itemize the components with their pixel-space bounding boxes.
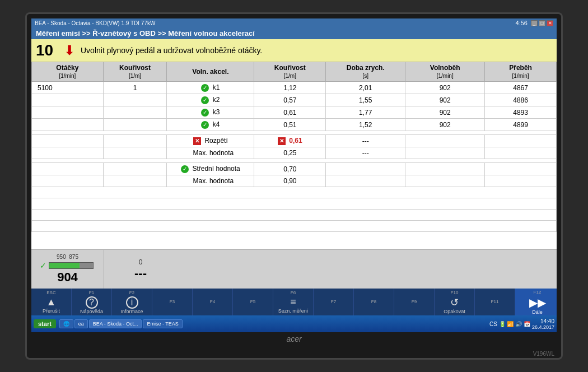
- f10-label: F10: [451, 290, 459, 295]
- fn-f4[interactable]: F4: [193, 289, 233, 315]
- step-row: 10 ⬇ Uvolnit plynový pedál a udržovat vo…: [31, 39, 557, 62]
- taskbar-items: 🌐 ea BEA - Skoda - Oct... Emise - TEAS: [59, 319, 486, 328]
- fn-f7[interactable]: F7: [314, 289, 354, 315]
- k2-otacky: [32, 94, 104, 106]
- bottom-bar: [49, 262, 94, 269]
- taskbar-item-ea[interactable]: ea: [74, 319, 88, 328]
- data-row-stredni: ✓ Střední hodnota 0,70: [32, 163, 557, 175]
- spacer-row-3: [32, 210, 557, 221]
- f12-text: Dále: [532, 309, 543, 315]
- k2-label: k2: [213, 96, 220, 104]
- k3-ok-icon: ✓: [201, 109, 209, 117]
- esc-label: ESC: [46, 290, 55, 295]
- k1-ok-icon: ✓: [201, 84, 209, 92]
- breadcrumb: Měření emisí >> Ř-vznětový s OBD >> Měře…: [36, 29, 255, 38]
- data-row-k3: ✓ k3 0,61 1,77 902 4893: [32, 106, 557, 119]
- f2-label: F2: [129, 290, 134, 295]
- fn-f6[interactable]: F6 ≡ Sezn. měření: [273, 289, 314, 315]
- rozpeti-cell: ✕ Rozpětí: [167, 135, 254, 147]
- main-content: Otáčky[1/min] Kouřivost[1/m] Voln. akcel…: [31, 62, 557, 249]
- bottom-volnobeh-value: 904: [57, 270, 78, 285]
- k2-prebeh: 4886: [485, 94, 557, 106]
- bottom-area: 950 875 ✓ 904 0 ---: [31, 249, 557, 289]
- data-row-main: 5100 1 ✓ k1 1,12 2,01 902 4867: [32, 82, 557, 94]
- start-label: start: [38, 320, 52, 327]
- fn-esc[interactable]: ESC ▲ Přerušit: [31, 289, 72, 315]
- spacer-row-1: [32, 187, 557, 198]
- k3-kourivost-col: [103, 106, 167, 119]
- col-header-voln-akcel: Voln. akcel.: [167, 62, 254, 82]
- systray-icons: CS 🔋 📶 🔊 📅: [489, 321, 530, 327]
- k2-volnobeh: 902: [405, 94, 485, 106]
- fn-f12[interactable]: F12 ▶▶ Dále: [515, 289, 557, 315]
- fn-f2[interactable]: F2 i Informace: [112, 289, 152, 315]
- k3-volnobeh: 902: [405, 106, 485, 119]
- close-button[interactable]: ✕: [547, 20, 553, 26]
- k1-prebeh: 4867: [485, 82, 557, 94]
- app-title: BEA - Skoda - Octavia - BKD(VW) 1.9 TDI …: [35, 20, 155, 26]
- bea-label: BEA - Skoda - Oct...: [93, 321, 138, 327]
- start-button[interactable]: start: [34, 319, 56, 328]
- rozpeti-kourivost-err-icon: ✕: [278, 137, 286, 145]
- col-header-doba: Doba zrych.[s]: [326, 62, 405, 82]
- taskbar-item-emise[interactable]: Emise - TEAS: [143, 319, 182, 328]
- f6-text: Sezn. měření: [278, 308, 309, 314]
- bottom-kourivost-value: ---: [134, 266, 147, 281]
- f4-label: F4: [210, 299, 215, 304]
- f12-icon: ▶▶: [529, 296, 546, 309]
- k2-kourivost: 0,57: [254, 94, 326, 106]
- window-controls: _ □ ✕: [531, 20, 553, 26]
- f2-icon: i: [126, 296, 138, 309]
- data-row-rozpeti: ✕ Rozpětí ✕ 0,61 ---: [32, 135, 557, 147]
- esc-text: Přerušit: [43, 308, 60, 314]
- taskbar-item-globe[interactable]: 🌐: [59, 319, 73, 328]
- max1-doba: ---: [326, 147, 405, 159]
- stredni-kourivost: 0,70: [254, 163, 326, 175]
- col-header-kourivost: Kouřivost[1/m]: [103, 62, 167, 82]
- k2-cell: ✓ k2: [167, 94, 254, 106]
- data-table: Otáčky[1/min] Kouřivost[1/m] Voln. akcel…: [31, 62, 557, 232]
- fn-f9[interactable]: F9: [394, 289, 435, 315]
- fn-f8[interactable]: F8: [354, 289, 394, 315]
- f1-label: F1: [89, 290, 94, 295]
- stredni-cell: ✓ Střední hodnota: [167, 163, 254, 175]
- rozpeti-kourivost-value: 0,61: [289, 137, 302, 145]
- esc-icon: ▲: [46, 296, 57, 308]
- monitor-model: V196WL: [533, 351, 554, 357]
- fn-f3[interactable]: F3: [152, 289, 193, 315]
- k3-cell: ✓ k3: [167, 106, 254, 119]
- k3-doba: 1,77: [326, 106, 405, 119]
- col-header-volnobeh: Volnoběh[1/min]: [405, 62, 485, 82]
- bottom-otacky-labels: 950 875: [57, 254, 78, 260]
- fn-f10[interactable]: F10 ↺ Opakovat: [435, 289, 475, 315]
- otacky-value: 5100: [32, 82, 104, 94]
- k3-label: k3: [213, 108, 220, 116]
- f1-icon: ?: [86, 296, 98, 309]
- taskbar-item-bea[interactable]: BEA - Skoda - Oct...: [89, 319, 142, 328]
- data-row-k2: ✓ k2 0,57 1,55 902 4886: [32, 94, 557, 106]
- f5-label: F5: [250, 299, 255, 304]
- fn-f5[interactable]: F5: [233, 289, 273, 315]
- k2-ok-icon: ✓: [201, 96, 209, 104]
- k3-prebeh: 4893: [485, 106, 557, 119]
- minimize-button[interactable]: _: [531, 20, 538, 26]
- screen: BEA - Skoda - Octavia - BKD(VW) 1.9 TDI …: [31, 18, 557, 332]
- k1-volnobeh: 902: [405, 82, 485, 94]
- monitor: BEA - Skoda - Octavia - BKD(VW) 1.9 TDI …: [25, 12, 563, 360]
- step-instruction: Uvolnit plynový pedál a udržovat volnobě…: [81, 46, 262, 55]
- separator-row-2: [32, 159, 557, 163]
- data-row-max1: Max. hodnota 0,25 ---: [32, 147, 557, 159]
- fn-f1[interactable]: F1 ? Nápověda: [72, 289, 112, 315]
- k2-kourivost-col: [103, 94, 167, 106]
- f10-text: Opakovat: [444, 309, 465, 314]
- fn-f11[interactable]: F11: [475, 289, 515, 315]
- rozpeti-label: Rozpětí: [204, 137, 227, 145]
- monitor-brand: acer: [31, 334, 557, 343]
- step-number: 10: [36, 41, 58, 59]
- bottom-kourivost-label: 0: [139, 258, 143, 266]
- max2-kourivost: 0,90: [254, 175, 326, 187]
- f10-icon: ↺: [450, 296, 459, 309]
- f6-label: F6: [291, 290, 296, 295]
- maximize-button[interactable]: □: [539, 20, 545, 26]
- title-bar: BEA - Skoda - Octavia - BKD(VW) 1.9 TDI …: [31, 18, 557, 27]
